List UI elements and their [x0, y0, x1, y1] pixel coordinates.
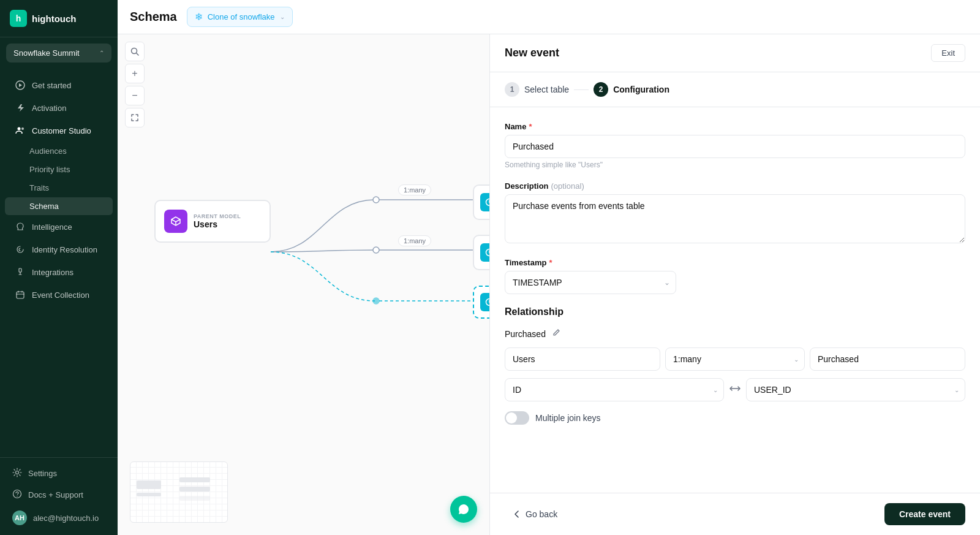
step-2: 2 Configuration — [594, 82, 669, 97]
search-btn[interactable] — [125, 42, 145, 61]
timestamp-label: Timestamp * — [505, 258, 965, 267]
sidebar-sub-label-schema: Schema — [29, 202, 59, 211]
sidebar-sub-item-audiences[interactable]: Audiences — [5, 142, 113, 160]
form-area: Name * Something simple like "Users" Des… — [490, 107, 980, 493]
canvas-connections — [118, 34, 489, 535]
calendar-icon — [15, 289, 26, 300]
relationship-title: Relationship — [505, 306, 965, 317]
logo-icon: h — [10, 10, 27, 27]
parent-model-icon — [164, 210, 187, 233]
relationship-edit-button[interactable] — [551, 327, 562, 340]
event-node-2[interactable]: EVENT MOD Viewed Pro — [473, 235, 490, 270]
step-2-label: Configuration — [613, 85, 669, 94]
name-hint: Something simple like "Users" — [505, 161, 965, 169]
sidebar-item-event-collection[interactable]: Event Collection — [5, 284, 113, 306]
svg-point-8 — [17, 496, 17, 496]
sidebar-sub-item-traits[interactable]: Traits — [5, 179, 113, 197]
sidebar-item-label-customer-studio: Customer Studio — [32, 126, 91, 135]
source-chevron-icon: ⌄ — [280, 13, 285, 20]
sidebar-item-docs-support[interactable]: Docs + Support — [5, 484, 113, 506]
zoom-out-btn[interactable]: − — [125, 86, 145, 105]
toggle-knob — [506, 412, 517, 423]
connection-label-1: 1:many — [398, 184, 431, 195]
sidebar-nav: Get started Activation Customer Studio — [0, 69, 118, 457]
relationship-from-field[interactable] — [505, 347, 660, 371]
svg-point-9 — [373, 197, 379, 203]
svg-rect-5 — [17, 292, 24, 298]
svg-point-10 — [373, 247, 379, 253]
description-optional: (optional) — [551, 181, 584, 191]
workspace-name: Snowflake Summit — [13, 48, 80, 58]
zoom-in-btn[interactable]: + — [125, 64, 145, 83]
svg-point-20 — [486, 299, 491, 306]
sidebar-item-get-started[interactable]: Get started — [5, 74, 113, 96]
connection-label-2: 1:many — [398, 235, 431, 246]
multiple-join-keys-toggle[interactable] — [505, 411, 529, 425]
sidebar-bottom: Settings Docs + Support AH alec@hightouc… — [0, 457, 118, 535]
name-input[interactable] — [505, 135, 965, 158]
source-selector[interactable]: ❄ Clone of snowflake ⌄ — [187, 7, 293, 27]
event-icon-2 — [480, 243, 490, 262]
circle-play-icon — [15, 80, 26, 91]
sidebar-item-activation[interactable]: Activation — [5, 97, 113, 119]
mini-map-node-1 — [137, 480, 161, 489]
timestamp-required: * — [549, 258, 552, 267]
exit-button[interactable]: Exit — [931, 44, 965, 62]
sidebar-item-label-event-collection: Event Collection — [32, 290, 89, 300]
sidebar-item-label-settings: Settings — [28, 469, 57, 478]
mini-map-node-3 — [179, 477, 210, 482]
relationship-type-select[interactable]: 1:many 1:1 many:1 — [665, 347, 805, 371]
sidebar-item-integrations[interactable]: Integrations — [5, 261, 113, 283]
relationship-fields-row: 1:many 1:1 many:1 ⌄ — [505, 347, 965, 371]
sidebar-item-intelligence[interactable]: Intelligence — [5, 216, 113, 238]
step-2-num: 2 — [594, 82, 608, 97]
event-node-1[interactable]: EVENT MOD Added to Ca — [473, 184, 490, 220]
join-arrows-icon — [729, 382, 741, 397]
sidebar-item-identity-resolution[interactable]: Identity Resolution — [5, 238, 113, 260]
join-right-wrapper: USER_ID ID ⌄ — [746, 378, 965, 401]
parent-model-label: PARENT MODEL — [194, 213, 241, 219]
parent-model-name: Users — [194, 219, 241, 229]
sidebar-item-label-identity-resolution: Identity Resolution — [32, 245, 97, 254]
go-back-button[interactable]: Go back — [505, 504, 565, 524]
sidebar-sub-item-schema[interactable]: Schema — [5, 197, 113, 215]
sidebar-item-customer-studio[interactable]: Customer Studio — [5, 120, 113, 142]
svg-point-7 — [13, 490, 21, 498]
sidebar-item-label-intelligence: Intelligence — [32, 222, 72, 232]
join-right-select[interactable]: USER_ID ID — [746, 378, 965, 401]
svg-line-16 — [137, 53, 139, 56]
sidebar-sub-label-traits: Traits — [29, 183, 49, 192]
sidebar-sub-item-priority-lists[interactable]: Priority lists — [5, 161, 113, 178]
sidebar-sub-label-priority-lists: Priority lists — [29, 165, 70, 174]
sidebar-item-user-profile[interactable]: AH alec@hightouch.io — [5, 506, 113, 530]
panel-title: New event — [505, 47, 559, 59]
event-icon-1 — [480, 193, 490, 211]
chat-button[interactable] — [450, 496, 477, 523]
sidebar: h hightouch Snowflake Summit ⌃ Get start… — [0, 0, 118, 535]
panel-footer: Go back Create event — [490, 493, 980, 535]
snowflake-icon: ❄ — [195, 11, 203, 23]
mini-map — [130, 461, 228, 523]
circle-question-icon — [12, 489, 22, 501]
relationship-to-field[interactable] — [810, 347, 965, 371]
step-1-num: 1 — [505, 82, 519, 97]
workspace-selector[interactable]: Snowflake Summit ⌃ — [6, 44, 111, 63]
step-1: 1 Select table — [505, 82, 569, 97]
bolt-icon — [15, 102, 26, 113]
gear-icon — [12, 468, 22, 479]
join-left-select[interactable]: ID USER_ID — [505, 378, 724, 401]
fingerprint-icon — [15, 244, 26, 255]
canvas-controls: + − — [125, 42, 145, 127]
svg-point-18 — [486, 199, 491, 206]
canvas-panel: + − PARENT MODEL — [118, 34, 490, 535]
event-node-3[interactable]: EVENT MOD Pending... — [473, 286, 490, 319]
description-input[interactable]: Purchase events from events table — [505, 194, 965, 243]
fit-view-btn[interactable] — [125, 108, 145, 127]
create-event-button[interactable]: Create event — [884, 503, 965, 525]
sidebar-item-settings[interactable]: Settings — [5, 463, 113, 484]
page-title: Schema — [130, 10, 177, 24]
timestamp-select[interactable]: TIMESTAMP CREATED_AT EVENT_TIME — [505, 271, 676, 294]
parent-model-node[interactable]: PARENT MODEL Users — [154, 200, 271, 243]
plug-icon — [15, 267, 26, 278]
multiple-join-keys-row: Multiple join keys — [505, 411, 965, 425]
